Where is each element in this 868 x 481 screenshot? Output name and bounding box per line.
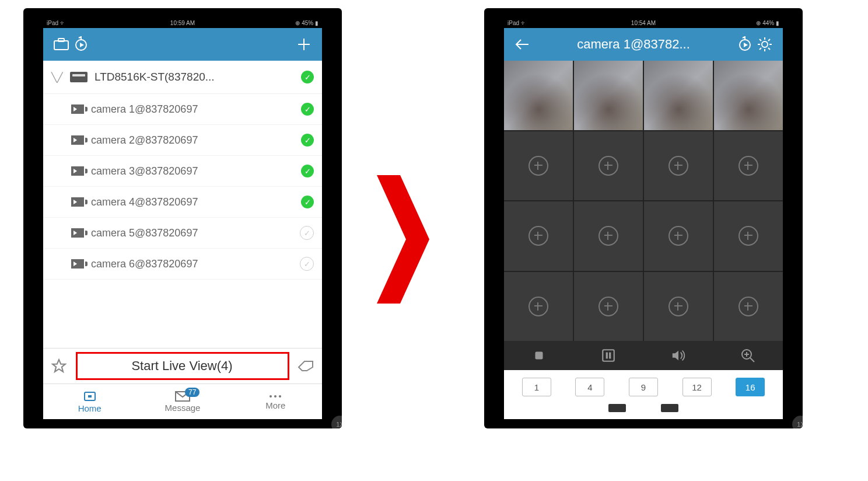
check-icon[interactable]: ✓: [301, 71, 314, 83]
bottom-block-icon[interactable]: [661, 404, 678, 412]
layout-bar: 1491216: [504, 370, 783, 404]
camera-name: camera 2@837820697: [91, 134, 294, 147]
erase-button[interactable]: [298, 360, 314, 372]
start-live-view-button[interactable]: Start Live View(4): [72, 358, 292, 374]
message-badge: 77: [185, 388, 200, 397]
camera-icon: [71, 259, 84, 269]
svg-rect-0: [54, 41, 68, 50]
tab-message[interactable]: 77 Message: [136, 384, 229, 419]
live-view: [504, 61, 783, 370]
toolbox-icon[interactable]: [51, 34, 71, 54]
svg-rect-1: [58, 39, 64, 41]
check-icon[interactable]: ✓: [300, 226, 314, 240]
status-bar: iPad ᯤ 10:54 AM ⊕ 44% ▮: [504, 18, 783, 28]
zoom-button[interactable]: [740, 348, 755, 363]
camera-grid: [504, 61, 783, 341]
svg-point-6: [270, 395, 272, 398]
add-feed-slot[interactable]: [644, 201, 713, 271]
camera-feed[interactable]: [644, 61, 713, 130]
tab-more[interactable]: More: [229, 384, 322, 419]
tab-message-label: Message: [165, 403, 201, 413]
device-row[interactable]: ╲╱ LTD8516K-ST(837820... ✓: [43, 61, 322, 94]
camera-row[interactable]: camera 4@837820697✓: [43, 187, 322, 218]
tablet-right: iPad ᯤ 10:54 AM ⊕ 44% ▮ camera 1@83782..…: [484, 8, 803, 428]
add-feed-slot[interactable]: [644, 131, 713, 201]
bottom-block-icon[interactable]: [608, 404, 626, 412]
check-icon[interactable]: ✓: [301, 165, 314, 177]
header: camera 1@83782...: [504, 28, 783, 61]
tab-home-label: Home: [78, 403, 102, 413]
svg-rect-13: [606, 353, 608, 359]
camera-feed[interactable]: [574, 61, 643, 130]
pause-button[interactable]: [601, 348, 616, 363]
check-icon[interactable]: ✓: [301, 103, 314, 116]
layout-button-12[interactable]: 12: [682, 378, 712, 396]
status-time: 10:54 AM: [504, 20, 783, 26]
add-feed-slot[interactable]: [644, 272, 713, 341]
layout-button-9[interactable]: 9: [629, 378, 658, 396]
camera-feed[interactable]: [504, 61, 573, 130]
check-icon[interactable]: ✓: [301, 196, 314, 208]
layout-button-4[interactable]: 4: [575, 378, 604, 396]
zoom-indicator: 1X: [331, 416, 342, 428]
layout-button-1[interactable]: 1: [522, 378, 551, 396]
svg-point-7: [274, 395, 276, 398]
camera-name: camera 5@837820697: [91, 227, 293, 239]
tab-bar: Home 77 Message More: [43, 384, 322, 419]
camera-row[interactable]: camera 3@837820697✓: [43, 156, 322, 187]
add-feed-slot[interactable]: [504, 201, 573, 271]
add-icon[interactable]: [294, 34, 314, 54]
add-feed-slot[interactable]: [574, 131, 643, 201]
camera-icon: [71, 166, 84, 176]
add-feed-slot[interactable]: [714, 201, 783, 271]
bottom-extra: [504, 404, 783, 419]
camera-row[interactable]: camera 1@837820697✓: [43, 94, 322, 125]
arrow-right-icon: [365, 175, 435, 304]
layout-button-16[interactable]: 16: [736, 378, 765, 396]
tab-home[interactable]: Home: [43, 384, 136, 419]
gear-icon[interactable]: [755, 34, 775, 54]
camera-icon: [71, 135, 84, 145]
action-bar: Start Live View(4): [43, 348, 322, 384]
camera-name: camera 1@837820697: [91, 103, 294, 116]
tab-more-label: More: [265, 400, 285, 410]
camera-row[interactable]: camera 6@837820697✓: [43, 249, 322, 280]
nvr-icon: [70, 72, 88, 82]
add-feed-slot[interactable]: [504, 272, 573, 341]
playback-icon[interactable]: [71, 34, 91, 54]
check-icon[interactable]: ✓: [300, 257, 314, 271]
status-bar: iPad ᯤ 10:59 AM ⊕ 45% ▮: [43, 18, 322, 28]
camera-row[interactable]: camera 5@837820697✓: [43, 218, 322, 249]
header: [43, 28, 322, 61]
camera-name: camera 3@837820697: [91, 165, 294, 177]
svg-rect-14: [609, 353, 611, 359]
camera-icon: [71, 228, 84, 238]
status-right: ⊕ 44% ▮: [756, 20, 779, 26]
screen-right: iPad ᯤ 10:54 AM ⊕ 44% ▮ camera 1@83782..…: [504, 18, 783, 419]
status-right: ⊕ 45% ▮: [295, 20, 318, 26]
screen-left: iPad ᯤ 10:59 AM ⊕ 45% ▮ ╲╱: [43, 18, 322, 419]
zoom-indicator: 1X: [792, 416, 803, 428]
add-feed-slot[interactable]: [574, 272, 643, 341]
back-button[interactable]: [512, 34, 532, 54]
camera-row[interactable]: camera 2@837820697✓: [43, 125, 322, 156]
camera-feed[interactable]: [714, 61, 783, 130]
status-time: 10:59 AM: [43, 20, 322, 26]
svg-rect-12: [603, 350, 615, 361]
add-feed-slot[interactable]: [714, 272, 783, 341]
status-left: iPad ᯤ: [508, 20, 527, 26]
add-feed-slot[interactable]: [574, 201, 643, 271]
favorite-button[interactable]: [51, 358, 66, 374]
camera-icon: [71, 104, 84, 114]
playback-icon[interactable]: [735, 34, 755, 54]
device-list: ╲╱ LTD8516K-ST(837820... ✓ camera 1@8378…: [43, 61, 322, 348]
check-icon[interactable]: ✓: [301, 134, 314, 147]
audio-button[interactable]: [671, 348, 686, 363]
svg-rect-4: [88, 395, 92, 398]
stop-button[interactable]: [531, 348, 547, 363]
camera-icon: [71, 197, 84, 207]
svg-rect-11: [535, 352, 542, 360]
add-feed-slot[interactable]: [504, 131, 573, 201]
add-feed-slot[interactable]: [714, 131, 783, 201]
camera-name: camera 6@837820697: [91, 258, 293, 270]
